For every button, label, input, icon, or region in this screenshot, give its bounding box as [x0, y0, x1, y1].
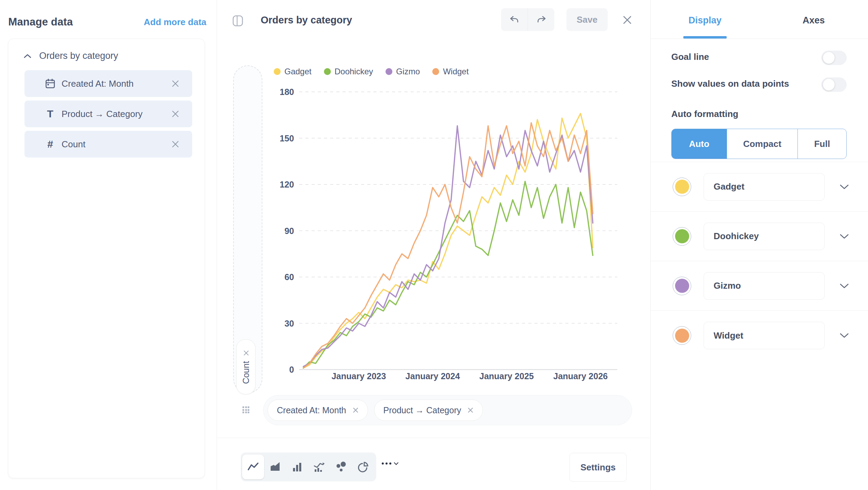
drag-handle-icon[interactable] [242, 406, 249, 413]
legend-dot [432, 68, 439, 75]
series-color-swatch[interactable] [673, 227, 691, 246]
format-option-full[interactable]: Full [798, 129, 846, 159]
text-icon: T [44, 108, 56, 120]
series-name-input[interactable] [704, 173, 825, 201]
dataset-title: Orders by category [39, 51, 118, 61]
field-item-count[interactable]: # Count [24, 131, 192, 158]
svg-text:0: 0 [289, 365, 294, 374]
ellipsis-icon [382, 462, 391, 465]
series-row-gizmo [651, 261, 868, 311]
line-chart-icon[interactable] [242, 455, 264, 479]
tab-display[interactable]: Display [651, 0, 759, 39]
series-color-swatch[interactable] [673, 326, 691, 345]
save-button[interactable]: Save [566, 8, 608, 31]
dataset-card: Orders by category Created At: Month T P… [8, 39, 205, 478]
svg-text:60: 60 [284, 272, 294, 282]
format-option-compact[interactable]: Compact [727, 129, 798, 159]
series-row-gadget [651, 162, 868, 212]
undo-button[interactable] [501, 8, 528, 31]
series-color-swatch[interactable] [673, 277, 691, 295]
svg-text:January 2024: January 2024 [405, 371, 460, 381]
legend-item[interactable]: Gizmo [386, 67, 420, 76]
add-more-data-link[interactable]: Add more data [144, 17, 206, 28]
undo-icon [509, 15, 520, 24]
svg-text:30: 30 [284, 319, 294, 328]
pie-chart-icon[interactable] [352, 455, 374, 479]
more-chart-types-button[interactable] [382, 462, 399, 465]
field-label: Product → Category [62, 109, 143, 119]
legend-dot [386, 68, 392, 75]
chevron-up-icon[interactable] [23, 54, 32, 58]
remove-field-button[interactable] [171, 109, 180, 118]
legend-label: Gizmo [396, 67, 420, 76]
remove-field-button[interactable] [171, 79, 180, 88]
auto-formatting-label: Auto formatting [671, 109, 738, 119]
svg-text:90: 90 [284, 226, 294, 236]
remove-x-axis-icon[interactable] [467, 407, 474, 413]
chevron-down-icon[interactable] [839, 234, 849, 239]
legend-label: Doohickey [335, 67, 373, 76]
close-icon [622, 15, 632, 25]
sidebar-toggle-icon[interactable] [232, 15, 243, 27]
sidebar-title: Manage data [8, 16, 73, 28]
scatter-chart-icon[interactable] [330, 455, 352, 479]
chevron-down-icon[interactable] [839, 283, 849, 289]
y-axis-pill[interactable]: Count [236, 339, 256, 394]
legend-item[interactable]: Gadget [274, 67, 312, 76]
combo-chart-icon[interactable] [308, 455, 330, 479]
chevron-down-icon[interactable] [839, 184, 849, 190]
visualization-settings-panel: Display Axes Goal line Show values on da… [650, 0, 868, 490]
settings-button[interactable]: Settings [569, 453, 627, 482]
chevron-down-icon[interactable] [839, 333, 849, 338]
tab-axes[interactable]: Axes [759, 0, 868, 39]
remove-y-axis-icon[interactable] [243, 350, 249, 356]
series-color-swatch[interactable] [673, 178, 691, 196]
remove-field-button[interactable] [171, 140, 180, 149]
x-axis-well[interactable]: Created At: Month Product → Category [263, 395, 632, 425]
line-chart-canvas: 0306090120150180January 2023January 2024… [220, 65, 650, 409]
goal-line-label: Goal line [671, 52, 709, 62]
show-values-label: Show values on data points [671, 78, 789, 89]
series-name-input[interactable] [704, 322, 825, 349]
x-axis-pill[interactable]: Product → Category [374, 400, 483, 421]
chart-legend: Gadget Doohickey Gizmo Widget [274, 66, 469, 77]
field-item-created-at[interactable]: Created At: Month [24, 70, 192, 97]
legend-dot [274, 68, 281, 75]
x-axis-pill[interactable]: Created At: Month [268, 400, 368, 421]
redo-button[interactable] [528, 8, 554, 31]
undo-redo-group [501, 8, 554, 31]
active-tab-indicator [683, 36, 727, 39]
chart-editor-main: Orders by category Save Count [217, 0, 650, 490]
legend-dot [324, 68, 331, 75]
svg-text:January 2025: January 2025 [479, 371, 534, 381]
format-option-auto[interactable]: Auto [672, 129, 727, 159]
series-name-input[interactable] [704, 223, 825, 250]
calendar-icon [44, 78, 56, 89]
redo-icon [535, 15, 547, 24]
formatting-segmented-control: Auto Compact Full [671, 129, 847, 159]
y-axis-pill-label: Count [241, 361, 251, 384]
area-chart-icon[interactable] [264, 455, 286, 479]
settings-tabs: Display Axes [651, 0, 868, 39]
svg-text:January 2023: January 2023 [332, 371, 386, 381]
field-label: Created At: Month [62, 78, 134, 89]
x-axis-pill-label: Product → Category [383, 405, 462, 415]
remove-x-axis-icon[interactable] [352, 407, 359, 413]
close-button[interactable] [620, 13, 634, 27]
legend-label: Widget [443, 67, 469, 76]
goal-line-toggle[interactable] [821, 51, 847, 65]
svg-text:January 2026: January 2026 [553, 371, 608, 381]
legend-item[interactable]: Doohickey [324, 67, 373, 76]
legend-label: Gadget [284, 67, 312, 76]
legend-item[interactable]: Widget [432, 67, 469, 76]
field-item-category[interactable]: T Product → Category [24, 100, 192, 127]
svg-text:120: 120 [280, 180, 294, 189]
bar-chart-icon[interactable] [286, 455, 308, 479]
show-values-toggle[interactable] [821, 77, 847, 92]
number-icon: # [44, 138, 56, 150]
series-list [651, 162, 868, 360]
series-row-widget [651, 311, 868, 360]
svg-text:180: 180 [280, 87, 294, 97]
series-name-input[interactable] [704, 272, 825, 300]
chart-type-toolbar [241, 452, 376, 481]
